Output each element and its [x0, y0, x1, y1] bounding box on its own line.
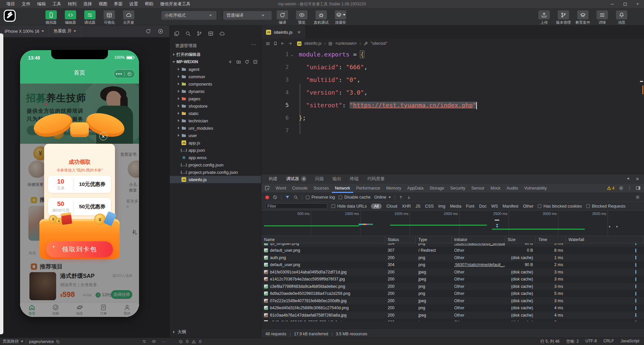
search-icon[interactable] [185, 31, 191, 36]
type-filter-manifest[interactable]: Manifest [503, 204, 518, 209]
network-request-row[interactable]: c3ef8a7786ff483da9ca4b85fdadebec.png200p… [261, 283, 644, 290]
panel-tab-构建[interactable]: 构建 [269, 176, 277, 182]
toolbar-right-bell-button[interactable]: 消息 [614, 10, 629, 25]
devtools-tab-storage[interactable]: Storage [426, 184, 447, 193]
devtools-tab-mock[interactable]: Mock [488, 184, 504, 193]
export-har-icon[interactable] [407, 195, 411, 200]
menu-item-11[interactable]: 微信开发者工具 [157, 0, 194, 8]
record-icon[interactable] [158, 28, 163, 34]
devtools-more-icon[interactable]: ⋮ [628, 186, 632, 191]
panel-tab-调试器[interactable]: 调试器4 [286, 176, 306, 182]
network-request-row[interactable]: default_user.png307/ RedirectOther0 B8 m… [261, 247, 644, 254]
problem-counters[interactable]: 0 0 [179, 339, 201, 344]
tree-item-components[interactable]: components [170, 80, 261, 88]
code-line-1[interactable]: 1⌄module.exports = { [261, 48, 644, 61]
menu-item-9[interactable]: 设置 [126, 0, 141, 8]
panel-tab-终端[interactable]: 终端 [350, 176, 359, 182]
tree-item-uni_modules[interactable]: uni_modules [170, 124, 261, 132]
files-icon[interactable] [174, 31, 179, 36]
menu-item-6[interactable]: 选择 [80, 0, 95, 8]
devtools-tab-network[interactable]: Network [332, 184, 353, 193]
devtools-tab-performance[interactable]: Performance [353, 184, 383, 193]
code-line-5[interactable]: 5 "siteroot": "https://test.tyuanma.cn/i… [261, 99, 644, 112]
blocked-requests-checkbox[interactable]: Blocked Requests [586, 204, 626, 209]
filter-funnel-icon[interactable] [285, 195, 290, 200]
tree-item-common[interactable]: common [170, 73, 261, 80]
network-request-row[interactable]: qs_dingdan.png304png:56307/static/img/qs… [261, 243, 644, 247]
explorer-more-icon[interactable]: ⋯ [251, 41, 256, 47]
devtools-tab-memory[interactable]: Memory [383, 184, 404, 193]
menu-item-7[interactable]: 视图 [96, 0, 110, 8]
column-header-type[interactable]: Type [416, 236, 452, 243]
network-request-row[interactable]: b428ed40d31f4c25889c30681c27540d.png200p… [261, 305, 644, 312]
code-line-2[interactable]: 2 "uniacid": "666", [261, 61, 644, 74]
branch-icon[interactable] [197, 31, 202, 36]
has-blocked-cookies-checkbox[interactable]: Has blocked cookies [538, 204, 582, 209]
claim-coupons-button[interactable]: ✦ 领取到卡包 [46, 241, 113, 257]
network-settings-icon[interactable] [635, 195, 640, 200]
menu-item-2[interactable]: 文件 [19, 0, 33, 8]
network-request-row[interactable]: 61c0aa4b76a147ddaefa8758f7260a8a.jpg200j… [261, 312, 644, 319]
maximize-button[interactable] [619, 0, 631, 8]
hide-data-urls-checkbox[interactable]: Hide data URLs [332, 204, 367, 209]
devtools-tab-vulnerability[interactable]: Vulnerability [521, 184, 550, 193]
toolbar-code-button[interactable]: 编辑器 [63, 10, 78, 25]
devtools-tab-sensor[interactable]: Sensor [468, 184, 488, 193]
warning-counter[interactable]: 4 [607, 186, 615, 191]
toolbar-right-list-button[interactable]: 详情 [595, 10, 610, 25]
close-tab-icon[interactable]: ✕ [297, 30, 301, 35]
compile-eye-button[interactable]: 预览 [294, 10, 309, 25]
devtools-tab-audits[interactable]: Audits [504, 184, 521, 193]
network-request-row[interactable]: 07e222e1549e407781fe64b0ec200dfb.jpg200j… [261, 297, 644, 305]
breadcrumb-item-2[interactable]: <unknown> [335, 41, 357, 46]
toolbar-right-cap-button[interactable]: 教育套件 [575, 10, 591, 25]
type-filter-xhr[interactable]: XHR [402, 204, 411, 209]
indent-setting[interactable]: 空格: 2 [566, 339, 578, 344]
type-filter-ws[interactable]: WS [491, 204, 498, 209]
page-path-select[interactable]: 页面路径 [0, 339, 26, 344]
tree-item-agent[interactable]: agent [170, 66, 261, 73]
tree-item-static[interactable]: static [170, 110, 261, 117]
column-header-name[interactable]: Name [261, 236, 385, 243]
menu-item-10[interactable]: 帮助 [142, 0, 156, 8]
toolbar-grid-button[interactable]: 可视化 [102, 10, 117, 25]
refresh-simulator-icon[interactable] [145, 28, 151, 34]
tree-item-shopstore[interactable]: shopstore [170, 102, 261, 110]
compile-refresh-button[interactable]: 编译 [275, 10, 290, 25]
network-request-row[interactable]: default_user.png304png:56307/static/mine… [261, 261, 644, 269]
search-network-icon[interactable] [293, 195, 298, 200]
grid-icon[interactable] [208, 31, 214, 36]
compile-layers-button[interactable]: 清缓存 [333, 10, 348, 25]
devtools-tab-wxml[interactable]: Wxml [273, 184, 289, 193]
cloud-icon[interactable] [219, 31, 225, 36]
type-filter-js[interactable]: JS [415, 204, 420, 209]
toolbar-right-upload-button[interactable]: 上传 [536, 10, 552, 25]
compile-mode-select[interactable]: 普通编译 [223, 11, 272, 20]
panel-tab-输出[interactable]: 输出 [333, 176, 341, 182]
tree-item-app.js[interactable]: JSapp.js [170, 139, 261, 146]
column-header-size[interactable]: Size [505, 236, 536, 243]
column-header-initiator[interactable]: Initiator [452, 236, 505, 243]
import-har-icon[interactable] [399, 195, 403, 200]
network-request-row[interactable]: auth.png200pngOther(disk cache)1 ms [261, 254, 644, 261]
type-filter-cloud[interactable]: Cloud [386, 204, 397, 209]
outline-section[interactable]: 大纲 [173, 329, 186, 335]
tree-item-technician[interactable]: technician [170, 117, 261, 124]
hot-reload-toggle[interactable]: 热重载 开 [49, 25, 81, 37]
column-header-time[interactable]: Time [536, 236, 566, 243]
type-filter-doc[interactable]: Doc [479, 204, 486, 209]
breadcrumb-item-1[interactable]: siteinfo.js [304, 41, 321, 46]
panel-tab-代码质量[interactable]: 代码质量 [367, 176, 385, 182]
mode-select[interactable]: 小程序模式 [161, 11, 217, 20]
compile-bug-button[interactable]: 真机调试 [313, 10, 329, 25]
menu-item-5[interactable]: 转到 [65, 0, 80, 8]
toolbar-cloud-button[interactable]: 云开发 [121, 10, 136, 25]
project-root[interactable]: MP-WEIXIN [170, 58, 261, 66]
type-filter-img[interactable]: Img [438, 204, 445, 209]
type-filter-media[interactable]: Media [450, 204, 461, 209]
more-icon[interactable]: ⋯ [161, 339, 165, 344]
type-filter-font[interactable]: Font [466, 204, 474, 209]
collapse-panel-icon[interactable] [627, 177, 630, 182]
current-page-path[interactable]: pages/service [26, 339, 62, 344]
overview-ruler[interactable] [639, 48, 644, 174]
